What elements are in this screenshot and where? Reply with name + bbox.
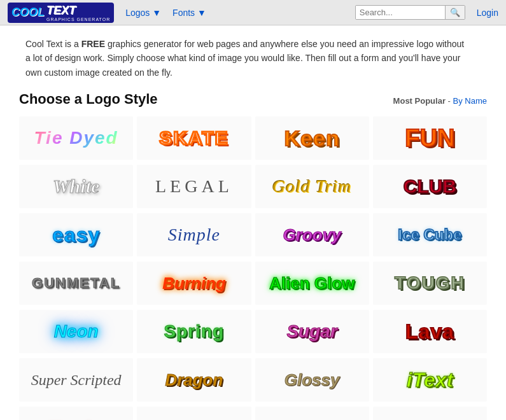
sort-links: Most Popular - By Name [393,96,487,106]
logo-display-gold-trim: Gold Trim [272,176,352,197]
logo-item-alien-glow[interactable]: Alien Glow [255,262,369,305]
logo-display-dragon: Dragon [165,370,223,390]
logo-display-club: CLUB [404,176,456,197]
logo-item-club[interactable]: CLUB [373,165,487,208]
fonts-nav[interactable]: Fonts ▼ [172,8,206,18]
logo-item-burning[interactable]: Burning [137,262,251,305]
logo-item-super-scripted[interactable]: Super Scripted [19,358,133,402]
sort-separator: - [448,96,453,106]
logo-display-white: White [53,176,99,197]
logo-display-itext: iText [407,368,454,392]
logo-item-ice-cube[interactable]: Ice Cube [373,213,487,256]
logo-display-glossy: Glossy [285,370,340,390]
logo-item-gunmetal[interactable]: GUNMETAL [19,262,133,305]
logo-item-groovy[interactable]: Groovy [255,213,369,256]
section-header: Choose a Logo Style Most Popular - By Na… [19,91,487,108]
search-input[interactable] [356,6,445,19]
logo-item-tie-dyed[interactable]: Tie Dyed [19,116,133,160]
logo-display-sugar: Sugar [286,321,337,342]
logo-display-simple: Simple [168,225,220,245]
logo-display-tie-dyed: Tie Dyed [34,128,118,148]
logo-item-vampire[interactable]: Vampire [19,407,133,420]
logo-text-part: TEXT [46,4,110,17]
intro-text: Cool Text is a FREE graphics generator f… [25,37,471,80]
logo-item-fun[interactable]: FUN [373,116,487,160]
logo-item-dragon[interactable]: Dragon [137,358,251,402]
section-title: Choose a Logo Style [19,91,158,108]
logo-display-easy: easy [52,223,100,247]
intro-section: Cool Text is a FREE graphics generator f… [0,25,496,86]
logo-item-keen[interactable]: Keen [255,116,369,160]
logo-item-itext[interactable]: iText [373,358,487,402]
logo-area[interactable]: COOL TEXT GRAPHICS GENERATOR [8,3,114,23]
logo-display-burning: Burning [162,274,226,293]
logo-item-lava[interactable]: Lava [373,310,487,353]
logo-display-fun: FUN [405,125,454,152]
logo-display-alien-glow: Alien Glow [269,274,355,293]
logo-display-ice-cube: Ice Cube [398,226,461,244]
logo-item-skate[interactable]: SKATE [137,116,251,160]
logo-item-white[interactable]: White [19,165,133,208]
logo-display-keen: Keen [285,126,340,151]
logo-display-lava: Lava [405,320,454,344]
search-box: 🔍 [355,5,465,20]
logo-item-animated[interactable]: Animated Wire [137,407,251,420]
main-content: Choose a Logo Style Most Popular - By Na… [0,86,506,420]
logo-display-legal: LEGAL [155,176,233,197]
logo-item-sugar[interactable]: Sugar [255,310,369,353]
logo-sub-text: GRAPHICS GENERATOR [46,17,110,22]
logo-grid: Tie DyedSKATEKeenFUNWhiteLEGALGold TrimC… [19,116,487,420]
login-link[interactable]: Login [477,8,498,18]
logo-cool-text: COOL [11,6,45,19]
logo-display-groovy: Groovy [283,225,341,245]
logo-item-princess[interactable]: Princess [255,407,369,420]
logo-item-neon[interactable]: Neon [19,310,133,353]
logo-item-spring[interactable]: Spring [137,310,251,353]
logo-item-simple[interactable]: Simple [137,213,251,256]
logo-item-glossy[interactable]: Glossy [255,358,369,402]
logo-display-spring: Spring [164,321,225,342]
sort-most-popular: Most Popular [393,96,446,106]
logo-display-tough: TOUGH [395,273,465,293]
logo-item-tough[interactable]: TOUGH [373,262,487,305]
logos-nav[interactable]: Logos ▼ [125,8,161,18]
logo-item-dark[interactable]: DARK [373,407,487,420]
logo-display-super-scripted: Super Scripted [31,372,122,389]
search-button[interactable]: 🔍 [445,6,465,19]
logo-item-legal[interactable]: LEGAL [137,165,251,208]
logo-display-gunmetal: GUNMETAL [32,275,120,291]
logo-display-neon: Neon [54,321,99,342]
sort-by-name-link[interactable]: By Name [453,96,487,106]
logo-display-skate: SKATE [159,127,228,149]
logo-item-gold-trim[interactable]: Gold Trim [255,165,369,208]
header: COOL TEXT GRAPHICS GENERATOR Logos ▼ Fon… [0,0,506,25]
logo-box[interactable]: COOL TEXT GRAPHICS GENERATOR [8,3,114,23]
logo-item-easy[interactable]: easy [19,213,133,256]
